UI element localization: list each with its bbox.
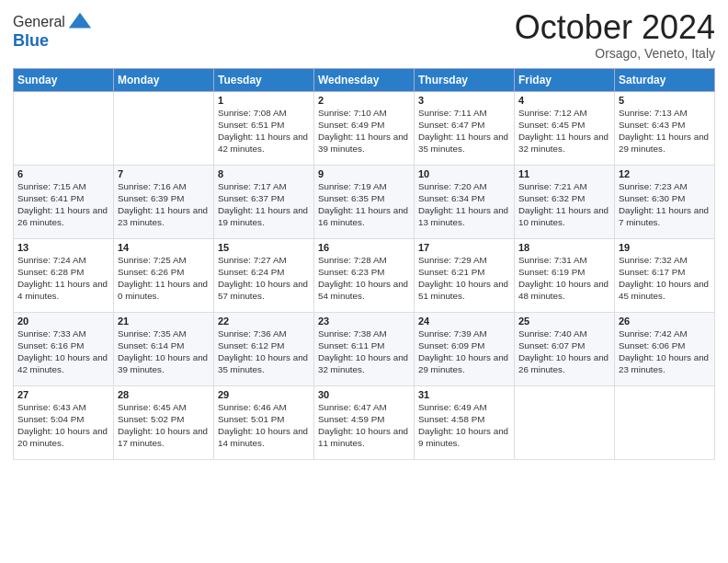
day-number: 4: [518, 95, 610, 106]
day-info: Sunrise: 7:28 AM Sunset: 6:23 PM Dayligh…: [318, 254, 410, 303]
table-row: 31Sunrise: 6:49 AM Sunset: 4:58 PM Dayli…: [415, 385, 515, 459]
table-row: 8Sunrise: 7:17 AM Sunset: 6:37 PM Daylig…: [214, 165, 314, 238]
table-row: 19Sunrise: 7:32 AM Sunset: 6:17 PM Dayli…: [615, 238, 715, 312]
day-number: 8: [218, 168, 310, 179]
calendar-table: Sunday Monday Tuesday Wednesday Thursday…: [13, 68, 715, 460]
day-number: 10: [418, 168, 510, 179]
logo-icon: [67, 9, 93, 35]
table-row: 27Sunrise: 6:43 AM Sunset: 5:04 PM Dayli…: [14, 385, 114, 459]
svg-marker-0: [69, 13, 91, 29]
logo-general-text: General: [13, 14, 65, 30]
table-row: 22Sunrise: 7:36 AM Sunset: 6:12 PM Dayli…: [214, 312, 314, 385]
table-row: 23Sunrise: 7:38 AM Sunset: 6:11 PM Dayli…: [314, 312, 415, 385]
day-info: Sunrise: 7:40 AM Sunset: 6:07 PM Dayligh…: [518, 327, 610, 376]
table-row: 16Sunrise: 7:28 AM Sunset: 6:23 PM Dayli…: [314, 238, 415, 312]
day-number: 31: [418, 389, 510, 400]
table-row: 12Sunrise: 7:23 AM Sunset: 6:30 PM Dayli…: [615, 165, 715, 238]
day-info: Sunrise: 7:20 AM Sunset: 6:34 PM Dayligh…: [418, 180, 510, 229]
day-info: Sunrise: 7:39 AM Sunset: 6:09 PM Dayligh…: [418, 327, 510, 376]
table-row: 24Sunrise: 7:39 AM Sunset: 6:09 PM Dayli…: [415, 312, 515, 385]
table-row: 10Sunrise: 7:20 AM Sunset: 6:34 PM Dayli…: [415, 165, 515, 238]
table-row: [515, 385, 615, 459]
col-saturday: Saturday: [615, 68, 715, 91]
table-row: 2Sunrise: 7:10 AM Sunset: 6:49 PM Daylig…: [314, 91, 415, 165]
month-title: October 2024: [515, 9, 715, 46]
day-info: Sunrise: 7:19 AM Sunset: 6:35 PM Dayligh…: [318, 180, 410, 229]
day-info: Sunrise: 7:42 AM Sunset: 6:06 PM Dayligh…: [619, 327, 711, 376]
day-info: Sunrise: 7:23 AM Sunset: 6:30 PM Dayligh…: [619, 180, 711, 229]
table-row: 14Sunrise: 7:25 AM Sunset: 6:26 PM Dayli…: [114, 238, 214, 312]
day-info: Sunrise: 7:12 AM Sunset: 6:45 PM Dayligh…: [518, 107, 610, 155]
day-number: 1: [218, 95, 310, 106]
day-number: 16: [318, 242, 410, 253]
table-row: [114, 91, 214, 165]
col-tuesday: Tuesday: [214, 68, 314, 91]
day-info: Sunrise: 7:36 AM Sunset: 6:12 PM Dayligh…: [218, 327, 310, 376]
day-info: Sunrise: 6:47 AM Sunset: 4:59 PM Dayligh…: [318, 401, 410, 450]
table-row: 30Sunrise: 6:47 AM Sunset: 4:59 PM Dayli…: [314, 385, 415, 459]
title-block: October 2024 Orsago, Veneto, Italy: [515, 9, 715, 61]
calendar-week-4: 20Sunrise: 7:33 AM Sunset: 6:16 PM Dayli…: [14, 312, 715, 385]
day-number: 9: [318, 168, 410, 179]
day-number: 19: [619, 242, 711, 253]
day-number: 29: [218, 389, 310, 400]
header: General Blue October 2024 Orsago, Veneto…: [13, 9, 715, 61]
table-row: 1Sunrise: 7:08 AM Sunset: 6:51 PM Daylig…: [214, 91, 314, 165]
col-monday: Monday: [114, 68, 214, 91]
calendar-week-2: 6Sunrise: 7:15 AM Sunset: 6:41 PM Daylig…: [14, 165, 715, 238]
calendar-week-1: 1Sunrise: 7:08 AM Sunset: 6:51 PM Daylig…: [14, 91, 715, 165]
location: Orsago, Veneto, Italy: [515, 46, 715, 61]
col-sunday: Sunday: [14, 68, 114, 91]
day-number: 20: [17, 316, 109, 327]
day-info: Sunrise: 7:24 AM Sunset: 6:28 PM Dayligh…: [17, 254, 109, 303]
day-info: Sunrise: 7:35 AM Sunset: 6:14 PM Dayligh…: [118, 327, 210, 376]
table-row: 5Sunrise: 7:13 AM Sunset: 6:43 PM Daylig…: [615, 91, 715, 165]
day-number: 15: [218, 242, 310, 253]
day-number: 30: [318, 389, 410, 400]
table-row: [615, 385, 715, 459]
table-row: 13Sunrise: 7:24 AM Sunset: 6:28 PM Dayli…: [14, 238, 114, 312]
table-row: 9Sunrise: 7:19 AM Sunset: 6:35 PM Daylig…: [314, 165, 415, 238]
table-row: 11Sunrise: 7:21 AM Sunset: 6:32 PM Dayli…: [515, 165, 615, 238]
day-number: 18: [518, 242, 610, 253]
day-number: 11: [518, 168, 610, 179]
table-row: 26Sunrise: 7:42 AM Sunset: 6:06 PM Dayli…: [615, 312, 715, 385]
day-info: Sunrise: 6:45 AM Sunset: 5:02 PM Dayligh…: [118, 401, 210, 450]
page-container: General Blue October 2024 Orsago, Veneto…: [0, 0, 728, 469]
day-number: 2: [318, 95, 410, 106]
day-info: Sunrise: 6:49 AM Sunset: 4:58 PM Dayligh…: [418, 401, 510, 450]
day-info: Sunrise: 7:27 AM Sunset: 6:24 PM Dayligh…: [218, 254, 310, 303]
day-info: Sunrise: 7:29 AM Sunset: 6:21 PM Dayligh…: [418, 254, 510, 303]
day-number: 28: [118, 389, 210, 400]
table-row: [14, 91, 114, 165]
calendar-header-row: Sunday Monday Tuesday Wednesday Thursday…: [14, 68, 715, 91]
day-info: Sunrise: 7:21 AM Sunset: 6:32 PM Dayligh…: [518, 180, 610, 229]
day-info: Sunrise: 6:43 AM Sunset: 5:04 PM Dayligh…: [17, 401, 109, 450]
day-number: 7: [118, 168, 210, 179]
table-row: 20Sunrise: 7:33 AM Sunset: 6:16 PM Dayli…: [14, 312, 114, 385]
table-row: 3Sunrise: 7:11 AM Sunset: 6:47 PM Daylig…: [415, 91, 515, 165]
day-info: Sunrise: 7:13 AM Sunset: 6:43 PM Dayligh…: [619, 107, 711, 155]
day-number: 24: [418, 316, 510, 327]
day-number: 13: [17, 242, 109, 253]
table-row: 28Sunrise: 6:45 AM Sunset: 5:02 PM Dayli…: [114, 385, 214, 459]
table-row: 15Sunrise: 7:27 AM Sunset: 6:24 PM Dayli…: [214, 238, 314, 312]
day-info: Sunrise: 7:31 AM Sunset: 6:19 PM Dayligh…: [518, 254, 610, 303]
day-info: Sunrise: 7:08 AM Sunset: 6:51 PM Dayligh…: [218, 107, 310, 155]
table-row: 4Sunrise: 7:12 AM Sunset: 6:45 PM Daylig…: [515, 91, 615, 165]
calendar-week-5: 27Sunrise: 6:43 AM Sunset: 5:04 PM Dayli…: [14, 385, 715, 459]
day-number: 6: [17, 168, 109, 179]
day-info: Sunrise: 7:38 AM Sunset: 6:11 PM Dayligh…: [318, 327, 410, 376]
day-info: Sunrise: 7:33 AM Sunset: 6:16 PM Dayligh…: [17, 327, 109, 376]
day-info: Sunrise: 6:46 AM Sunset: 5:01 PM Dayligh…: [218, 401, 310, 450]
col-wednesday: Wednesday: [314, 68, 415, 91]
table-row: 6Sunrise: 7:15 AM Sunset: 6:41 PM Daylig…: [14, 165, 114, 238]
day-info: Sunrise: 7:16 AM Sunset: 6:39 PM Dayligh…: [118, 180, 210, 229]
day-number: 21: [118, 316, 210, 327]
day-info: Sunrise: 7:11 AM Sunset: 6:47 PM Dayligh…: [418, 107, 510, 155]
day-info: Sunrise: 7:10 AM Sunset: 6:49 PM Dayligh…: [318, 107, 410, 155]
day-number: 3: [418, 95, 510, 106]
table-row: 17Sunrise: 7:29 AM Sunset: 6:21 PM Dayli…: [415, 238, 515, 312]
day-number: 23: [318, 316, 410, 327]
day-number: 22: [218, 316, 310, 327]
